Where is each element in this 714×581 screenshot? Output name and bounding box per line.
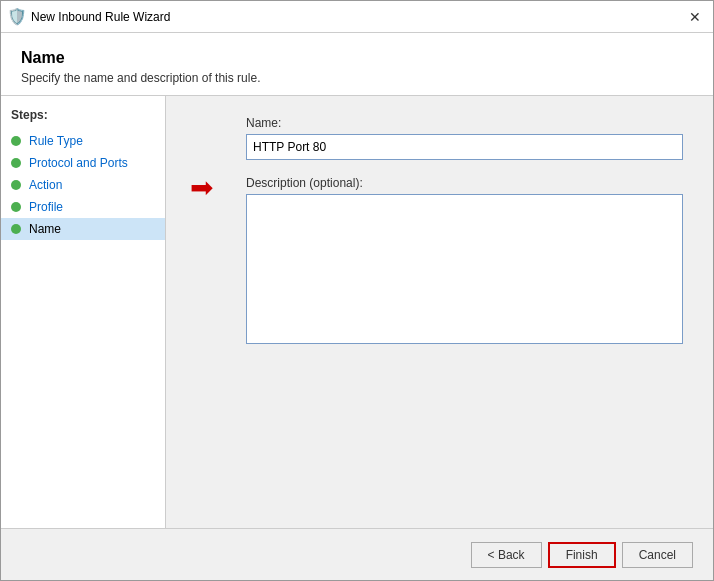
steps-label: Steps: — [1, 108, 165, 130]
name-form-group: Name: — [246, 116, 683, 160]
sidebar-label-profile: Profile — [29, 200, 63, 214]
sidebar-label-action: Action — [29, 178, 62, 192]
cancel-button[interactable]: Cancel — [622, 542, 693, 568]
description-input[interactable] — [246, 194, 683, 344]
step-dot-profile — [11, 202, 21, 212]
body-area: Steps: Rule Type Protocol and Ports Acti… — [1, 96, 713, 528]
sidebar-item-name[interactable]: Name — [1, 218, 165, 240]
footer: < Back Finish Cancel — [1, 528, 713, 580]
step-dot-protocol-ports — [11, 158, 21, 168]
name-label: Name: — [246, 116, 683, 130]
main-wrapper: Name Specify the name and description of… — [1, 33, 713, 580]
description-label: Description (optional): — [246, 176, 683, 190]
wizard-window: 🛡️ New Inbound Rule Wizard ✕ Name Specif… — [0, 0, 714, 581]
close-button[interactable]: ✕ — [685, 7, 705, 27]
arrow-indicator: ➡ — [190, 174, 213, 202]
window-title: New Inbound Rule Wizard — [31, 10, 685, 24]
sidebar-item-profile[interactable]: Profile — [1, 196, 165, 218]
page-title: Name — [21, 49, 693, 67]
step-dot-action — [11, 180, 21, 190]
sidebar: Steps: Rule Type Protocol and Ports Acti… — [1, 96, 166, 528]
sidebar-label-protocol-ports: Protocol and Ports — [29, 156, 128, 170]
sidebar-label-name: Name — [29, 222, 61, 236]
back-button[interactable]: < Back — [471, 542, 542, 568]
header-section: Name Specify the name and description of… — [1, 33, 713, 96]
main-content: ➡ Name: Description (optional): — [166, 96, 713, 528]
page-subtitle: Specify the name and description of this… — [21, 71, 693, 85]
name-input[interactable] — [246, 134, 683, 160]
sidebar-label-rule-type: Rule Type — [29, 134, 83, 148]
finish-button[interactable]: Finish — [548, 542, 616, 568]
sidebar-item-rule-type[interactable]: Rule Type — [1, 130, 165, 152]
sidebar-item-protocol-ports[interactable]: Protocol and Ports — [1, 152, 165, 174]
description-form-group: Description (optional): — [246, 176, 683, 347]
sidebar-item-action[interactable]: Action — [1, 174, 165, 196]
title-bar: 🛡️ New Inbound Rule Wizard ✕ — [1, 1, 713, 33]
step-dot-name — [11, 224, 21, 234]
window-icon: 🛡️ — [9, 9, 25, 25]
step-dot-rule-type — [11, 136, 21, 146]
